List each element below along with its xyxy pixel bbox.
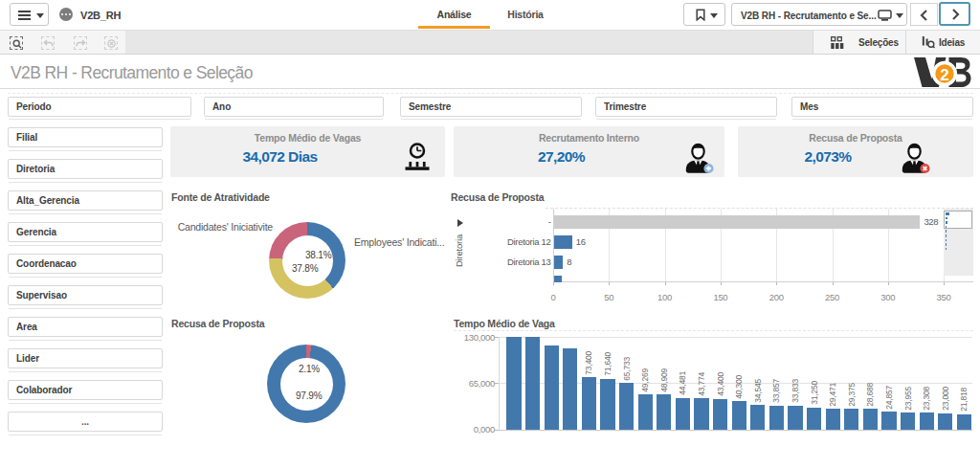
svg-text:2: 2 — [940, 66, 948, 84]
